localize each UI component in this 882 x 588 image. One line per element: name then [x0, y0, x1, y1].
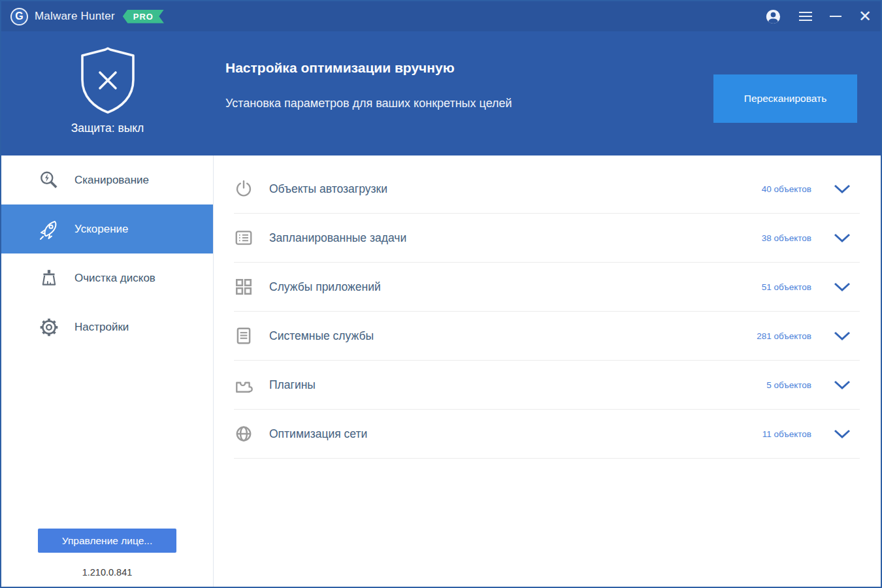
sidebar-item-speedup[interactable]: Ускорение [1, 204, 213, 253]
gear-icon [38, 317, 60, 338]
list-item-startup[interactable]: Объекты автозагрузки 40 объектов [234, 165, 860, 214]
object-count: 51 объектов [762, 282, 811, 292]
app-logo-icon: G [10, 8, 28, 25]
app-version: 1.210.0.841 [1, 567, 213, 578]
titlebar: G Malware Hunter PRO ✕ [1, 1, 881, 31]
sidebar-item-settings[interactable]: Настройки [1, 302, 213, 351]
optimization-list: Объекты автозагрузки 40 объектов Заплани… [214, 155, 881, 587]
list-item-network-optimization[interactable]: Оптимизация сети 11 объектов [234, 410, 860, 459]
app-title: Malware Hunter [35, 10, 115, 23]
sidebar-item-disk-cleanup[interactable]: Очистка дисков [1, 253, 213, 302]
menu-icon[interactable] [798, 11, 813, 22]
account-icon[interactable] [765, 8, 781, 25]
object-count: 5 объектов [766, 380, 811, 390]
sidebar: Сканирование Ускорение [1, 155, 214, 587]
sidebar-item-label: Настройки [74, 321, 129, 334]
list-item-label: Объекты автозагрузки [269, 182, 387, 196]
object-count: 281 объектов [757, 331, 811, 341]
object-count: 40 объектов [762, 184, 811, 194]
scan-icon [38, 170, 60, 191]
shield-off-icon [78, 46, 138, 115]
minimize-button[interactable] [830, 16, 841, 17]
chevron-down-icon[interactable] [834, 233, 851, 243]
list-item-label: Оптимизация сети [269, 427, 367, 441]
header-banner: Защита: выкл Настройка оптимизации вручн… [1, 31, 881, 155]
power-icon [234, 179, 253, 199]
list-item-app-services[interactable]: Службы приложений 51 объектов [234, 263, 860, 312]
object-count: 38 объектов [762, 233, 811, 243]
page-subtitle: Установка параметров для ваших конкретны… [225, 97, 512, 110]
chevron-down-icon[interactable] [834, 282, 851, 292]
manage-license-button[interactable]: Управление лице... [38, 529, 176, 553]
protection-status: Защита: выкл [71, 122, 144, 135]
rescan-button[interactable]: Пересканировать [713, 74, 857, 123]
sidebar-item-scan[interactable]: Сканирование [1, 155, 213, 204]
broom-icon [38, 268, 60, 289]
app-window: G Malware Hunter PRO ✕ [0, 0, 882, 588]
list-item-label: Плагины [269, 378, 316, 392]
task-list-icon [234, 228, 253, 248]
sidebar-item-label: Ускорение [74, 223, 129, 236]
sidebar-item-label: Очистка дисков [74, 272, 155, 285]
grid-icon [234, 277, 253, 297]
chevron-down-icon[interactable] [834, 380, 851, 390]
rocket-icon [38, 218, 60, 240]
sidebar-item-label: Сканирование [74, 174, 149, 187]
list-item-scheduled-tasks[interactable]: Запланированные задачи 38 объектов [234, 214, 860, 263]
document-lines-icon [234, 326, 253, 346]
chevron-down-icon[interactable] [834, 184, 851, 194]
chevron-down-icon[interactable] [834, 429, 851, 439]
list-item-label: Системные службы [269, 329, 374, 343]
list-item-system-services[interactable]: Системные службы 281 объектов [234, 312, 860, 361]
pro-badge: PRO [123, 10, 164, 24]
close-button[interactable]: ✕ [858, 8, 872, 24]
object-count: 11 объектов [762, 429, 811, 439]
puzzle-icon [234, 375, 253, 395]
page-title: Настройка оптимизации вручную [225, 60, 455, 76]
chevron-down-icon[interactable] [834, 331, 851, 341]
list-item-plugins[interactable]: Плагины 5 объектов [234, 361, 860, 410]
list-item-label: Службы приложений [269, 280, 381, 294]
globe-icon [234, 424, 253, 444]
list-item-label: Запланированные задачи [269, 231, 406, 245]
